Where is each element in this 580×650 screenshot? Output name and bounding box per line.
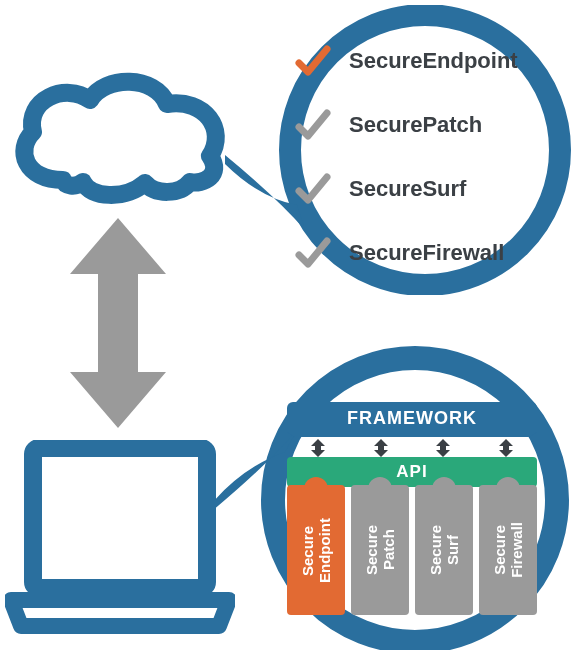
module-label: Secure Endpoint <box>299 518 334 583</box>
module-label: Secure Surf <box>427 525 462 575</box>
architecture-content: FRAMEWORK API Secure Endpoint Secure Pat… <box>287 402 537 615</box>
check-icon <box>295 235 331 271</box>
module-label: Secure Firewall <box>491 522 526 578</box>
cloud-icon <box>5 70 230 210</box>
module-secure-patch: Secure Patch <box>351 485 409 615</box>
api-label: API <box>396 462 427 481</box>
architecture-bubble: FRAMEWORK API Secure Endpoint Secure Pat… <box>215 340 580 650</box>
module-label: Secure Patch <box>363 525 398 575</box>
framework-label: FRAMEWORK <box>347 408 477 428</box>
module-secure-endpoint: Secure Endpoint <box>287 485 345 615</box>
services-checklist: SecureEndpoint SecurePatch SecureSurf Se… <box>295 40 555 296</box>
updown-arrow-icon <box>499 439 513 457</box>
updown-arrow-icon <box>374 439 388 457</box>
sync-arrow-icon <box>70 218 166 428</box>
check-icon <box>295 43 331 79</box>
check-icon <box>295 107 331 143</box>
checklist-item: SecurePatch <box>295 104 555 146</box>
laptop-icon <box>5 440 235 635</box>
updown-arrow-icon <box>436 439 450 457</box>
cloud-services-bubble: SecureEndpoint SecurePatch SecureSurf Se… <box>225 5 580 295</box>
modules-row: Secure Endpoint Secure Patch Secure Surf… <box>287 485 537 615</box>
framework-api-connectors <box>287 437 537 457</box>
module-secure-surf: Secure Surf <box>415 485 473 615</box>
check-icon <box>295 171 331 207</box>
checklist-item: SecureSurf <box>295 168 555 210</box>
updown-arrow-icon <box>311 439 325 457</box>
checklist-item: SecureFirewall <box>295 232 555 274</box>
checklist-item: SecureEndpoint <box>295 40 555 82</box>
diagram-stage: SecureEndpoint SecurePatch SecureSurf Se… <box>0 0 580 650</box>
module-secure-firewall: Secure Firewall <box>479 485 537 615</box>
checklist-label: SecureFirewall <box>349 240 504 266</box>
checklist-label: SecureSurf <box>349 176 466 202</box>
framework-bar: FRAMEWORK <box>287 402 537 432</box>
checklist-label: SecurePatch <box>349 112 482 138</box>
svg-rect-1 <box>33 448 207 588</box>
checklist-label: SecureEndpoint <box>349 48 518 74</box>
